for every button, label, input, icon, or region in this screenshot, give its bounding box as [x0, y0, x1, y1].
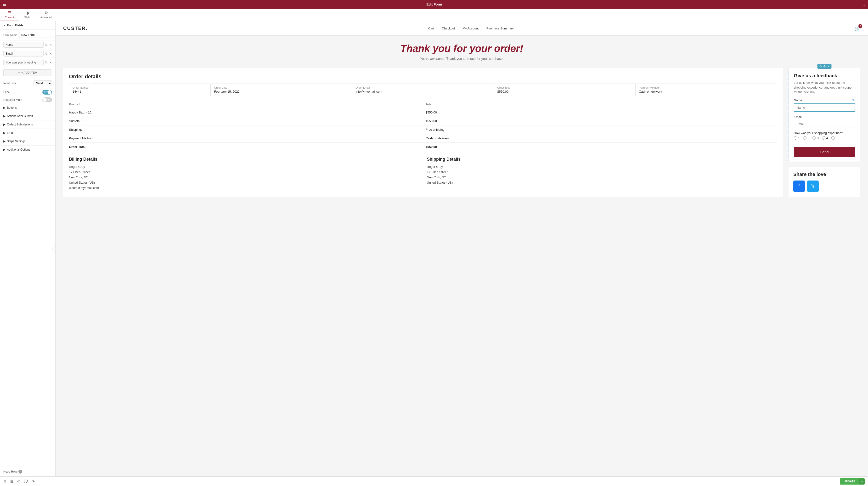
- required-mark-toggle[interactable]: HIDE: [42, 97, 52, 102]
- style-icon: ◑: [26, 10, 29, 15]
- form-name-input[interactable]: [19, 32, 56, 38]
- table-row: Happy Bag × 10 $550.00: [69, 108, 777, 117]
- history-bottom-icon[interactable]: ↺: [17, 480, 20, 483]
- facebook-share-icon[interactable]: f: [793, 181, 805, 192]
- field-shopping-duplicate-icon[interactable]: ⧉: [45, 60, 48, 65]
- buttons-chevron-icon: ▶: [3, 106, 5, 110]
- order-email-label: Order Email: [356, 86, 490, 89]
- settings-bottom-icon[interactable]: ⚙: [3, 480, 6, 483]
- grid-icon[interactable]: ⠿: [862, 2, 865, 7]
- comment-bottom-icon[interactable]: 💬: [24, 480, 28, 483]
- section-buttons[interactable]: ▶ Buttons: [0, 104, 55, 112]
- section-actions-after-submit[interactable]: ▶ Actions After Submit: [0, 112, 55, 120]
- nav-purchase-summary[interactable]: Purchase Summary: [487, 27, 514, 30]
- buttons-label: Buttons: [7, 106, 17, 110]
- radio-5-icon: [831, 136, 835, 140]
- twitter-share-icon[interactable]: 𝕏: [807, 181, 819, 192]
- feedback-name-edit-icon[interactable]: ✎: [852, 98, 855, 102]
- order-number-value: 14441: [72, 90, 207, 93]
- rating-2[interactable]: 2: [803, 136, 809, 140]
- send-button[interactable]: Send: [794, 147, 855, 157]
- layers-bottom-icon[interactable]: ⊟: [10, 480, 13, 483]
- sidebar-collapse-toggle[interactable]: ‹: [53, 246, 56, 252]
- input-size-select[interactable]: Small Medium Large: [33, 81, 52, 86]
- field-shopping-remove-icon[interactable]: ✕: [49, 60, 52, 65]
- feedback-name-label: Name: [794, 98, 802, 102]
- feedback-rating-group: How was your shopping experince? 1 2: [794, 131, 855, 140]
- add-item-button[interactable]: + + ADD ITEM: [3, 69, 52, 76]
- order-meta-email: Order Email info@myemail.com: [352, 84, 494, 96]
- field-duplicate-icon[interactable]: ⧉: [45, 42, 48, 48]
- billing-col: Billing Details Roger Gray171 Ben Street…: [69, 157, 419, 190]
- update-button[interactable]: UPDATE: [840, 478, 859, 485]
- billing-text: Roger Gray171 Ben StreetNew York, NYUnit…: [69, 164, 419, 190]
- field-email-input[interactable]: [3, 51, 43, 57]
- order-payment-label: Payment Method: [639, 86, 773, 89]
- order-details-title: Order details: [69, 73, 777, 80]
- need-help-bar: Need Help ?: [0, 466, 55, 477]
- field-shopping-input[interactable]: [3, 60, 43, 65]
- share-section: Share the love f 𝕏: [788, 167, 860, 197]
- bottom-icons: ⚙ ⊟ ↺ 💬 👁: [3, 480, 35, 483]
- tab-style[interactable]: ◑ Style: [19, 9, 36, 21]
- feedback-email-input[interactable]: [794, 120, 855, 128]
- nav-checkout[interactable]: Checkout: [442, 27, 455, 30]
- content-icon: ☰: [8, 10, 11, 15]
- field-email-duplicate-icon[interactable]: ⧉: [45, 51, 48, 57]
- email-section-label: Email: [7, 131, 14, 134]
- order-total-label: Order Total: [497, 86, 632, 89]
- feedback-settings-btn[interactable]: ⚙: [823, 65, 826, 68]
- field-remove-icon[interactable]: ✕: [49, 42, 52, 48]
- total-cell: $550.00: [426, 108, 777, 117]
- tab-advanced[interactable]: ⚙ Advanced: [36, 9, 57, 21]
- feedback-close-btn[interactable]: ✕: [827, 65, 830, 68]
- help-icon[interactable]: ?: [19, 470, 22, 474]
- nav-account[interactable]: My Account: [463, 27, 478, 30]
- rating-1[interactable]: 1: [794, 136, 800, 140]
- cart-icon-wrapper[interactable]: 🛒 0: [855, 26, 860, 31]
- order-meta: Order Number 14441 Order Date February 1…: [69, 84, 777, 96]
- rating-row: 1 2 3: [794, 136, 855, 140]
- feedback-move-btn[interactable]: ⊹: [819, 65, 822, 68]
- section-email[interactable]: ▶ Email: [0, 129, 55, 137]
- tab-style-label: Style: [24, 16, 30, 19]
- tab-content[interactable]: ☰ Content: [0, 9, 19, 21]
- section-form-fields[interactable]: ▼ Form Fields: [0, 21, 55, 30]
- nav-cart[interactable]: Cart: [428, 27, 434, 30]
- col-total: Total: [426, 101, 777, 108]
- label-toggle-knob: [48, 90, 52, 94]
- payment-method-value: Cash on delivery: [426, 134, 777, 143]
- rating-4[interactable]: 4: [822, 136, 828, 140]
- feedback-name-input[interactable]: [794, 103, 855, 112]
- update-arrow-button[interactable]: ▾: [859, 478, 865, 485]
- steps-label: Steps Settings: [7, 140, 25, 143]
- field-row-name: ⧉ ✕: [0, 40, 55, 49]
- order-meta-total: Order Total $550.00: [494, 84, 635, 96]
- radio-1-icon: [794, 136, 797, 140]
- field-name-input[interactable]: [3, 42, 43, 48]
- preview-nav-links: Cart Checkout My Account Purchase Summar…: [428, 27, 514, 30]
- rating-5[interactable]: 5: [831, 136, 837, 140]
- eye-bottom-icon[interactable]: 👁: [32, 480, 35, 483]
- col-product: Product: [69, 101, 426, 108]
- shipping-col: Shipping Details Roger Gray171 Ben Stree…: [427, 157, 777, 190]
- form-fields-label: Form Fields: [7, 24, 24, 27]
- order-payment-value: Cash on delivery: [639, 90, 773, 93]
- feedback-subtitle: Let us know what you think about the sho…: [794, 81, 855, 95]
- field-email-remove-icon[interactable]: ✕: [49, 51, 52, 57]
- email-chevron-icon: ▶: [3, 131, 5, 134]
- hamburger-icon[interactable]: ☰: [3, 2, 6, 7]
- section-steps[interactable]: ▶ Steps Settings: [0, 137, 55, 146]
- rating-3[interactable]: 3: [812, 136, 818, 140]
- label-toggle-row: Label SHOW: [0, 88, 55, 96]
- order-total-value: $550.00: [497, 90, 632, 93]
- share-icons: f 𝕏: [793, 181, 856, 192]
- billing-shipping: Billing Details Roger Gray171 Ben Street…: [69, 157, 777, 190]
- feedback-title: Give us a feedback: [794, 73, 855, 79]
- section-additional[interactable]: ▶ Additional Options: [0, 146, 55, 154]
- label-toggle[interactable]: SHOW: [42, 90, 52, 95]
- section-collect-submissions[interactable]: ▶ Collect Submissions: [0, 120, 55, 129]
- field-row-shopping: ⧉ ✕: [0, 58, 55, 67]
- feedback-name-group: Name ✎: [794, 98, 855, 112]
- label-toggle-label: Label: [3, 91, 10, 94]
